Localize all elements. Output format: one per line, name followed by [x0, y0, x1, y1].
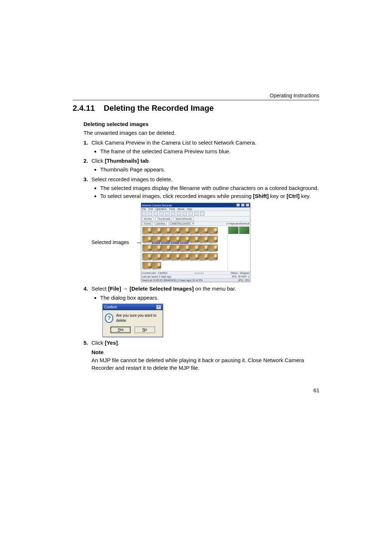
thumbnail-image[interactable] [180, 227, 189, 234]
thumbnail[interactable]: CAM001001223 [180, 253, 189, 261]
thumbnail-image[interactable] [171, 253, 180, 260]
thumbnail-image[interactable] [199, 253, 208, 260]
thumbnail[interactable]: CAM001001196 [152, 227, 160, 235]
thumbnail-image[interactable] [208, 236, 218, 242]
toolbar-icon[interactable] [171, 211, 175, 216]
thumbnail-image[interactable] [199, 244, 208, 251]
toolbar-icon[interactable] [148, 211, 152, 216]
thumbnail-image[interactable] [180, 236, 189, 242]
thumbnail[interactable]: CAM001001201 [199, 227, 208, 235]
app-tabs[interactable]: Monitor Thumbnails SearchResults [141, 216, 250, 222]
toolbar-icon[interactable] [188, 211, 193, 216]
thumbnail[interactable]: CAM001001225 [199, 253, 208, 261]
toolbar-icon[interactable] [165, 211, 170, 216]
thumbnail[interactable]: CAM001001212 [152, 244, 160, 252]
app-menubar[interactable]: File Edit Operation Tools Movie Help [141, 207, 250, 211]
thumbnail-image[interactable] [189, 236, 199, 242]
thumbnail-image[interactable] [189, 227, 199, 234]
subtab-thumb[interactable]: Thumb [142, 222, 153, 225]
thumbnail[interactable]: CAM001001228 [152, 262, 160, 270]
thumbnail[interactable]: CAM001001208 [189, 236, 198, 244]
thumbnail[interactable]: CAM001001198 [171, 227, 179, 235]
thumbnail-image[interactable] [161, 244, 171, 251]
window-buttons[interactable] [236, 203, 249, 207]
thumbnail[interactable]: CAM001001195 [142, 227, 151, 235]
thumbnail[interactable]: CAM001001227 [142, 262, 151, 270]
camera-preview-1[interactable] [228, 227, 238, 234]
thumbnail-image[interactable] [189, 253, 199, 260]
menu-edit[interactable]: Edit [148, 208, 153, 210]
thumbnail-image[interactable] [142, 244, 152, 251]
thumbnail-image[interactable] [152, 262, 161, 268]
menu-movie[interactable]: Movie [177, 208, 184, 210]
thumbnail-image[interactable] [142, 253, 152, 260]
thumbnail-image[interactable] [180, 253, 189, 260]
thumbnail-image[interactable] [171, 227, 180, 234]
thumbnail-image[interactable] [152, 253, 161, 260]
toolbar-icon[interactable] [177, 211, 181, 216]
thumbnail-image[interactable] [208, 253, 218, 260]
thumbnail[interactable]: CAM001001203 [142, 236, 151, 244]
thumbnail[interactable]: CAM001001222 [171, 253, 179, 261]
thumbnail[interactable]: CAM001001224 [189, 253, 198, 261]
maximize-icon[interactable] [241, 203, 245, 207]
thumbnail[interactable]: CAM001001216 [189, 244, 198, 252]
thumbnail[interactable]: CAM001001200 [189, 227, 198, 235]
no-button[interactable]: No [135, 327, 155, 333]
thumbnail[interactable]: CAM001001219 [142, 253, 151, 261]
thumbnail-image[interactable] [171, 236, 180, 242]
toolbar-icon[interactable] [183, 211, 187, 216]
tab-search-results[interactable]: SearchResults [173, 217, 194, 221]
thumbnail-image[interactable] [142, 227, 152, 234]
camera-combo[interactable]: CAMERA\Cam001 [169, 222, 194, 225]
dialog-close-button[interactable]: × [156, 305, 161, 309]
thumbnail-image[interactable] [180, 244, 189, 251]
thumbnail[interactable]: CAM001001218 [208, 244, 217, 252]
thumbnail-image[interactable] [161, 253, 171, 260]
thumbnail[interactable]: CAM001001210 [208, 236, 217, 244]
yes-button[interactable]: Yes [110, 327, 131, 333]
minimize-icon[interactable] [236, 203, 240, 207]
thumbnail[interactable]: CAM001001209 [199, 236, 208, 244]
thumbnail-image[interactable] [152, 244, 161, 251]
menu-help[interactable]: Help [187, 208, 192, 210]
thumbnail[interactable]: CAM001001226 [208, 253, 217, 261]
thumbnail-image[interactable] [142, 236, 152, 242]
thumbnail-image[interactable] [171, 244, 180, 251]
thumbnail[interactable]: CAM001001199 [180, 227, 189, 235]
thumbnail-image[interactable] [208, 244, 218, 251]
toolbar-icon[interactable] [159, 211, 164, 216]
thumbnail-image[interactable] [199, 227, 208, 234]
thumbnail[interactable]: CAM001001211 [142, 244, 151, 252]
thumbnail[interactable]: CAM001001206 [171, 236, 179, 244]
toolbar-icon[interactable] [142, 211, 146, 216]
thumbnail[interactable]: CAM001001202 [208, 227, 217, 235]
thumbnail-image[interactable] [142, 262, 152, 268]
thumbnail[interactable]: CAM001001214 [171, 244, 179, 252]
thumbnail[interactable]: CAM001001207 [180, 236, 189, 244]
toolbar-icon[interactable] [194, 211, 199, 216]
app-toolbar[interactable] [141, 211, 250, 216]
tab-thumbnails[interactable]: Thumbnails [155, 217, 172, 221]
thumbnail-image[interactable] [161, 236, 171, 242]
thumbnail[interactable]: CAM001001217 [199, 244, 208, 252]
camera-preview-2[interactable] [239, 227, 249, 234]
thumbnail[interactable]: CAM001001213 [161, 244, 170, 252]
menu-tools[interactable]: Tools [169, 208, 175, 210]
close-icon[interactable] [246, 203, 249, 207]
thumbnail-image[interactable] [161, 227, 171, 234]
thumbnail-grid[interactable]: CAM001001195CAM001001196CAM001001197CAM0… [141, 226, 227, 271]
thumbnail-image[interactable] [208, 227, 218, 234]
menu-file[interactable]: File [142, 208, 146, 210]
subtab-listview[interactable]: ListView [154, 222, 167, 225]
menu-operation[interactable]: Operation [155, 208, 167, 210]
thumbnail[interactable]: CAM001001215 [180, 244, 189, 252]
thumbnail-image[interactable] [199, 236, 208, 242]
thumbnail[interactable]: CAM001001197 [161, 227, 170, 235]
toolbar-icon[interactable] [200, 211, 204, 216]
thumbnail[interactable]: CAM001001205 [161, 236, 170, 244]
thumbnail[interactable]: CAM001001220 [152, 253, 160, 261]
thumbnail-image[interactable] [152, 236, 161, 242]
thumbnail-image[interactable] [189, 244, 199, 251]
thumbnail[interactable]: CAM001001221 [161, 253, 170, 261]
